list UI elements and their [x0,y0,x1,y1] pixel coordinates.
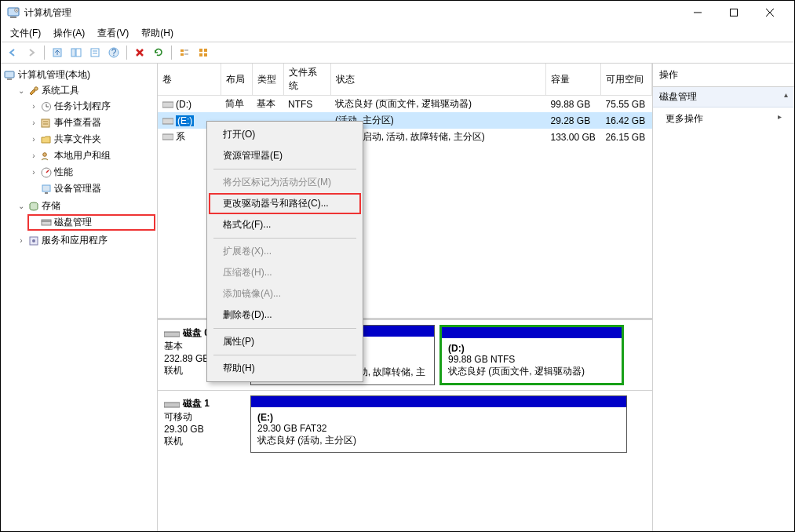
disk-row: 磁盘 1 可移动 29.30 GB 联机 (E:) 29.30 GB FAT32… [158,390,652,457]
col-free[interactable]: 可用空间 [601,64,652,96]
actions-section-label: 磁盘管理 [659,91,697,102]
tree-label: 设备管理器 [54,182,101,195]
show-hide-tree-button[interactable] [67,44,85,61]
expand-icon[interactable]: › [29,151,38,160]
expand-icon[interactable]: › [29,102,38,111]
navigation-tree[interactable]: 计算机管理(本地) ⌄ 系统工具 ›任务计划程序 ›事件查看器 ›共享文件夹 [1,64,158,531]
volume-row[interactable]: (D:) 简单 基本 NTFS 状态良好 (页面文件, 逻辑驱动器) 99.88… [158,96,652,113]
tree-label: 本地用户和组 [54,149,111,162]
ctx-explorer[interactable]: 资源管理器(E) [209,145,361,166]
tree-label: 共享文件夹 [54,133,101,146]
tools-icon [27,85,40,97]
window-controls [680,1,788,24]
vol-name: (D:) [176,99,191,110]
separator [213,169,356,169]
part-sub: 29.30 GB FAT32 [257,423,327,434]
svg-rect-25 [199,53,202,56]
tree-performance[interactable]: ›性能 [27,165,155,180]
ctx-delete-volume[interactable]: 删除卷(D)... [209,304,361,326]
tree-root[interactable]: 计算机管理(本地) [2,67,155,82]
tree-event-viewer[interactable]: ›事件查看器 [27,115,155,130]
chevron-up-icon[interactable]: ▴ [784,90,788,99]
ctx-mark-active: 将分区标记为活动分区(M) [209,172,361,193]
svg-rect-19 [181,49,184,52]
volume-icon [162,133,173,141]
menu-view[interactable]: 查看(V) [91,25,135,42]
tree-storage[interactable]: ⌄ 存储 [15,199,155,213]
event-icon [40,117,53,129]
disk-info[interactable]: 磁盘 1 可移动 29.30 GB 联机 [164,395,243,453]
up-button[interactable] [49,44,66,61]
device-icon [40,183,53,195]
svg-point-29 [35,86,38,89]
svg-rect-41 [42,221,51,225]
partition-e[interactable]: (E:) 29.30 GB FAT32 状态良好 (活动, 主分区) [250,395,627,453]
ctx-change-drive-letter[interactable]: 更改驱动器号和路径(C)... [209,193,361,214]
tree-local-users[interactable]: ›本地用户和组 [27,148,155,163]
tree-label: 服务和应用程序 [42,234,108,247]
partition-d-selected[interactable]: (D:) 99.88 GB NTFS 状态良好 (页面文件, 逻辑驱动器) [439,325,624,385]
vol-type: 基本 [252,96,283,113]
col-type[interactable]: 类型 [252,64,283,96]
main-area: 计算机管理(本地) ⌄ 系统工具 ›任务计划程序 ›事件查看器 ›共享文件夹 [1,64,794,531]
ctx-format[interactable]: 格式化(F)... [209,214,361,235]
col-volume[interactable]: 卷 [158,64,221,96]
tree-label: 计算机管理(本地) [18,68,90,82]
actions-more[interactable]: 更多操作▸ [653,107,794,130]
actions-section: 磁盘管理 ▴ [653,87,794,107]
ctx-properties[interactable]: 属性(P) [209,331,361,352]
tree-system-tools[interactable]: ⌄ 系统工具 [15,83,155,98]
maximize-button[interactable] [716,1,752,24]
svg-rect-48 [164,332,180,337]
separator [213,328,356,329]
titlebar: 计算机管理 [1,1,794,24]
disk-name: 磁盘 1 [183,397,210,410]
ctx-open[interactable]: 打开(O) [209,124,361,145]
svg-rect-10 [71,49,75,56]
vol-status: 状态良好 (页面文件, 逻辑驱动器) [330,96,546,113]
menu-file[interactable]: 文件(F) [4,25,47,42]
svg-rect-20 [181,53,184,56]
expand-icon[interactable]: › [29,118,38,127]
menu-help[interactable]: 帮助(H) [135,25,180,42]
tree-device-manager[interactable]: 设备管理器 [27,181,155,196]
expand-icon[interactable]: › [29,135,38,144]
tree-task-scheduler[interactable]: ›任务计划程序 [27,99,155,114]
ctx-help[interactable]: 帮助(H) [209,358,361,379]
partitions: (E:) 29.30 GB FAT32 状态良好 (活动, 主分区) [250,395,646,453]
delete-button[interactable] [131,44,148,61]
context-menu[interactable]: 打开(O) 资源管理器(E) 将分区标记为活动分区(M) 更改驱动器号和路径(C… [206,121,363,382]
back-button[interactable] [4,44,21,61]
col-capacity[interactable]: 容量 [546,64,601,96]
settings-grid-button[interactable] [195,44,212,61]
expand-icon[interactable]: › [16,236,26,245]
svg-rect-45 [162,102,173,107]
tree-services-apps[interactable]: › 服务和应用程序 [15,233,155,248]
tree-disk-management[interactable]: 磁盘管理 [27,214,155,231]
collapse-icon[interactable]: ⌄ [16,202,26,210]
disk-state: 联机 [164,435,243,448]
settings-list-button[interactable] [176,44,193,61]
properties-button[interactable] [86,44,104,61]
col-layout[interactable]: 布局 [221,64,252,96]
menu-action[interactable]: 操作(A) [47,25,91,42]
menubar: 文件(F) 操作(A) 查看(V) 帮助(H) [1,24,794,42]
disk-type: 可移动 [164,410,243,424]
help-button[interactable]: ? [105,44,122,61]
forward-button[interactable] [23,44,40,61]
separator [44,46,45,60]
collapse-icon[interactable]: ⌄ [16,86,26,95]
column-headers[interactable]: 卷 布局 类型 文件系统 状态 容量 可用空间 [158,64,652,96]
close-button[interactable] [752,1,788,24]
svg-text:?: ? [111,47,117,58]
svg-rect-39 [45,192,48,194]
minimize-button[interactable] [680,1,716,24]
col-status[interactable]: 状态 [330,64,546,96]
tree-shared-folders[interactable]: ›共享文件夹 [27,132,155,147]
toolbar: ? [1,42,794,64]
part-title: (E:) [257,412,273,423]
refresh-button[interactable] [150,44,167,61]
expand-icon[interactable]: › [29,168,38,177]
col-fs[interactable]: 文件系统 [283,64,330,96]
tree-label: 性能 [54,166,73,179]
